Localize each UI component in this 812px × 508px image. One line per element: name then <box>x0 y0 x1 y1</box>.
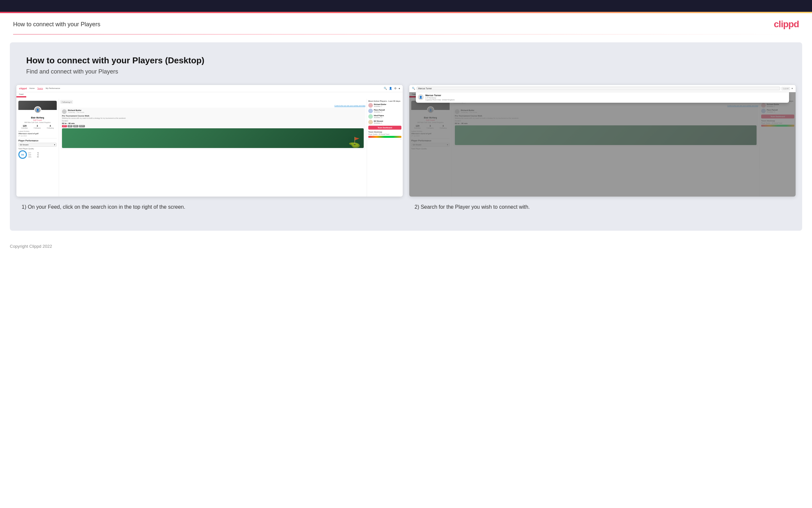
stat-activities: 129 Activities <box>21 125 28 129</box>
profile-stats: 129 Activities 3 Followers 4 Following <box>18 125 57 129</box>
total-quality-label: Total Player Quality <box>18 148 57 150</box>
feed-tab-underline <box>16 97 26 97</box>
player-info-1: Piers Parnell Activities: 4 <box>374 109 401 113</box>
close-search-button[interactable]: × <box>791 87 793 90</box>
activity-avatar <box>62 109 66 114</box>
nav-teams: Teams <box>37 87 43 90</box>
player-avatar-2 <box>368 114 373 119</box>
screenshot-2-card: clippd Home Teams My Performance 🔍 👤 ⚙ ● <box>409 85 796 211</box>
player-row-0: Richard Butler Activities: 7 <box>368 103 401 108</box>
search-icon: 🔍 <box>384 87 387 90</box>
bar-app: APP 70 <box>28 154 39 156</box>
main-content: How to connect with your Players (Deskto… <box>10 42 802 231</box>
profile-club: Mill Ride Golf Club, United Kingdom <box>18 121 57 123</box>
profile-role: Golf Coach <box>18 119 57 121</box>
control-link[interactable]: Control who can see your activity and da… <box>60 105 365 107</box>
golfer-silhouette: ⛳ <box>348 136 361 148</box>
search-result-info: Marcus Turner 1-5 Handicap Cypress Point… <box>425 94 787 101</box>
search-icon-overlay: 🔍 <box>412 87 415 90</box>
bar-ott: OTT 79 <box>28 152 39 154</box>
team-dashboard-btn[interactable]: Team Dashboard <box>368 126 401 130</box>
search-result-row[interactable]: 👤 Marcus Turner 1-5 Handicap Cypress Poi… <box>418 94 787 101</box>
quality-score: 84 <box>18 150 27 159</box>
player-avatar-3 <box>368 120 373 124</box>
chevron-down-icon: ▾ <box>54 144 55 146</box>
page-title: How to connect with your Players <box>13 21 100 28</box>
footer: Copyright Clippd 2022 <box>0 239 812 254</box>
screenshots-row: clippd Home Teams My Performance 🔍 👤 ⚙ ● <box>10 85 802 221</box>
profile-banner: 👤 <box>18 101 57 110</box>
mini-nav-icons: 🔍 👤 ⚙ ● <box>384 87 400 90</box>
activity-card: Richard Butler Yesterday · The Grove Pre… <box>60 108 365 150</box>
player-avatar-1 <box>368 109 373 113</box>
bar-arg: ARG 84 <box>28 156 39 158</box>
quality-bars: OTT 79 APP <box>28 152 39 158</box>
tag-ott: OTT <box>62 125 67 127</box>
activity-image: ⛳ <box>62 128 364 148</box>
avatar-icon: ● <box>398 87 400 90</box>
screenshot-2-wrapper: clippd Home Teams My Performance 🔍 👤 ⚙ ● <box>409 85 796 197</box>
following-dropdown[interactable]: Following ▾ <box>60 100 73 104</box>
header: How to connect with your Players clippd <box>0 13 812 34</box>
activity-desc: Walking the course with my coach to buil… <box>62 117 364 119</box>
screenshot-1-wrapper: clippd Home Teams My Performance 🔍 👤 ⚙ ● <box>16 85 403 197</box>
team-heatmap-title: Team Heatmap <box>368 131 401 133</box>
activity-duration-label: Duration <box>62 120 364 122</box>
mini-nav-1: clippd Home Teams My Performance 🔍 👤 ⚙ ● <box>16 85 403 92</box>
player-row-1: Piers Parnell Activities: 4 <box>368 109 401 113</box>
mini-content-1: 👤 Blair McHarg Golf Coach Mill Ride Golf… <box>16 99 403 197</box>
latest-activity-label: Latest Activity <box>18 130 57 132</box>
heatmap-min: -5 <box>368 138 370 140</box>
mini-app-2: clippd Home Teams My Performance 🔍 👤 ⚙ ● <box>409 85 796 197</box>
profile-name: Blair McHarg <box>18 117 57 119</box>
search-result-club: Cypress Point Club, United Kingdom <box>425 99 787 101</box>
top-bar <box>0 0 812 12</box>
settings-icon: ⚙ <box>394 87 396 90</box>
nav-home: Home <box>30 87 35 90</box>
activity-header: Richard Butler Yesterday · The Grove <box>62 109 364 114</box>
latest-activity-date: 27 Jul 2022 <box>18 135 57 137</box>
mini-nav-items: Home Teams My Performance <box>30 87 60 90</box>
player-select[interactable]: Eli Vincent ▾ <box>18 143 57 147</box>
user-icon: 👤 <box>389 87 392 90</box>
heatmap-scale: -5 +5 <box>368 138 401 140</box>
heatmap-subtitle: Player Quality · 20 Round Trend <box>368 134 401 135</box>
copyright: Copyright Clippd 2022 <box>10 244 52 249</box>
tag-putt: PUTT <box>79 125 85 127</box>
nav-performance: My Performance <box>46 87 60 90</box>
feed-tab: Feed <box>16 92 26 97</box>
caption-1: 1) On your Feed, click on the search ico… <box>16 197 403 211</box>
player-select-value: Eli Vincent <box>20 144 29 146</box>
mini-app-1: clippd Home Teams My Performance 🔍 👤 ⚙ ● <box>16 85 403 197</box>
player-info-2: Hiral Pujara Activities: 3 <box>374 115 401 119</box>
clear-button[interactable]: CLEAR <box>781 87 790 90</box>
tag-app: APP <box>67 125 73 127</box>
players-panel: Most Active Players - Last 30 days Richa… <box>367 99 403 197</box>
logo: clippd <box>774 19 799 30</box>
latest-activity-name: Afternoon round of golf <box>18 133 57 134</box>
search-result-avatar: 👤 <box>418 94 424 100</box>
activity-tags: OTT APP ARG PUTT <box>62 125 364 127</box>
hero-title: How to connect with your Players (Deskto… <box>26 55 786 66</box>
player-row-3: Eli Vincent Activities: 1 <box>368 120 401 124</box>
search-dropdown: 👤 Marcus Turner 1-5 Handicap Cypress Poi… <box>416 92 789 103</box>
tag-arg: ARG <box>73 125 78 127</box>
activity-feed: Following ▾ Control who can see your act… <box>59 99 367 197</box>
screenshot-1-card: clippd Home Teams My Performance 🔍 👤 ⚙ ● <box>16 85 403 211</box>
hero-section: How to connect with your Players (Deskto… <box>10 42 802 85</box>
player-row-2: Hiral Pujara Activities: 3 <box>368 114 401 119</box>
activity-title: Pre Tournament Course Walk <box>62 115 364 117</box>
activity-when: Yesterday · The Grove <box>68 111 364 113</box>
player-info-0: Richard Butler Activities: 7 <box>374 103 401 107</box>
caption-2: 2) Search for the Player you wish to con… <box>409 197 796 211</box>
search-input-sm[interactable]: Marcus Turner <box>417 87 780 90</box>
stat-following: 4 Following <box>47 125 54 129</box>
heatmap-bar <box>368 136 401 138</box>
hero-subtitle: Find and connect with your Players <box>26 68 786 75</box>
activity-info: Richard Butler Yesterday · The Grove <box>68 109 364 114</box>
profile-panel: 👤 Blair McHarg Golf Coach Mill Ride Golf… <box>16 99 59 197</box>
stat-followers: 3 Followers <box>34 125 41 129</box>
player-performance-title: Player Performance <box>18 138 57 142</box>
search-bar-overlay: 🔍 Marcus Turner CLEAR × <box>409 85 796 92</box>
most-active-title: Most Active Players - Last 30 days <box>368 100 401 102</box>
